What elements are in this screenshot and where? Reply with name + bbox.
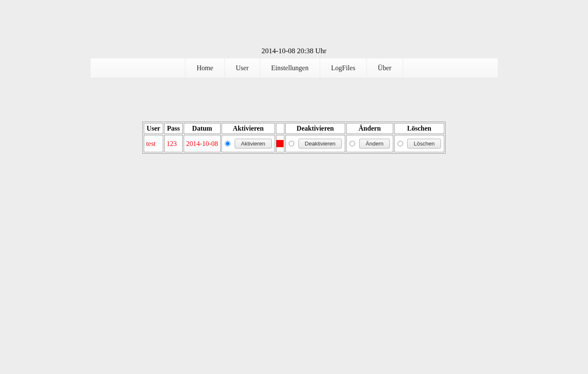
table-row: test 123 2014-10-08 Aktivieren Deaktivie… bbox=[144, 135, 444, 152]
radio-change[interactable] bbox=[349, 141, 355, 146]
user-table: User Pass Datum Aktivieren Deaktivieren … bbox=[142, 122, 446, 154]
th-activate: Aktivieren bbox=[222, 123, 275, 134]
cell-activate: Aktivieren bbox=[222, 135, 275, 152]
cell-pass: 123 bbox=[164, 135, 183, 152]
radio-activate[interactable] bbox=[225, 141, 230, 146]
table-header-row: User Pass Datum Aktivieren Deaktivieren … bbox=[144, 123, 444, 134]
page-timestamp: 2014-10-08 20:38 Uhr bbox=[90, 47, 498, 55]
nav-about[interactable]: Über bbox=[367, 58, 403, 78]
radio-deactivate[interactable] bbox=[289, 141, 294, 146]
nav-home[interactable]: Home bbox=[185, 58, 224, 78]
change-button[interactable]: Ändern bbox=[359, 139, 390, 148]
delete-button[interactable]: Löschen bbox=[407, 139, 441, 148]
th-user: User bbox=[144, 123, 163, 134]
deactivate-button[interactable]: Deaktivieren bbox=[298, 139, 342, 148]
cell-date: 2014-10-08 bbox=[184, 135, 221, 152]
nav-user[interactable]: User bbox=[225, 58, 260, 78]
th-pass: Pass bbox=[164, 123, 183, 134]
cell-user: test bbox=[144, 135, 163, 152]
cell-delete: Löschen bbox=[394, 135, 444, 152]
main-nav: Home User Einstellungen LogFiles Über bbox=[90, 58, 498, 78]
cell-change: Ändern bbox=[346, 135, 393, 152]
nav-settings[interactable]: Einstellungen bbox=[260, 58, 320, 78]
status-indicator-icon bbox=[276, 140, 284, 147]
radio-delete[interactable] bbox=[398, 141, 403, 146]
th-change: Ändern bbox=[346, 123, 393, 134]
activate-button[interactable]: Aktivieren bbox=[235, 139, 272, 148]
th-deactivate: Deaktivieren bbox=[285, 123, 345, 134]
th-status bbox=[276, 123, 284, 134]
th-date: Datum bbox=[184, 123, 221, 134]
nav-logfiles[interactable]: LogFiles bbox=[320, 58, 367, 78]
cell-deactivate: Deaktivieren bbox=[285, 135, 345, 152]
cell-status bbox=[276, 135, 284, 152]
th-delete: Löschen bbox=[394, 123, 444, 134]
